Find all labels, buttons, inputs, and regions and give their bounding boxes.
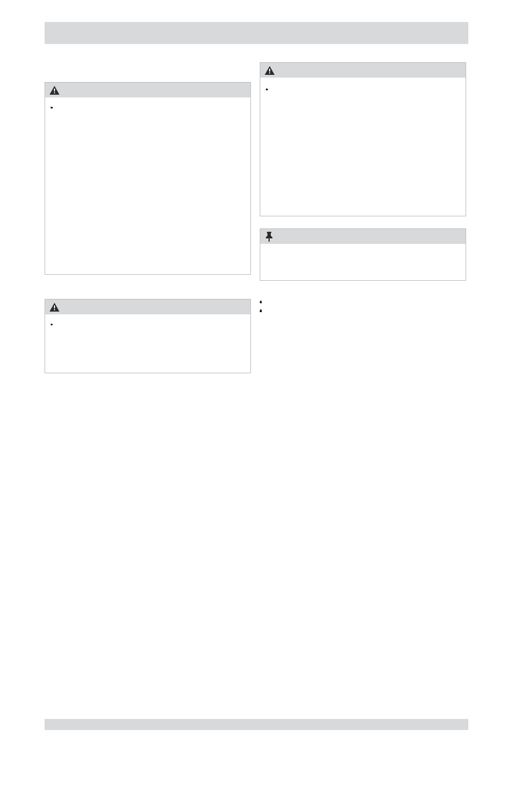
callout-header <box>260 229 466 244</box>
callout-body <box>260 78 466 90</box>
callout-body <box>45 97 250 108</box>
callout-body <box>45 314 250 325</box>
header-tab-bar <box>45 22 468 44</box>
bullet-list <box>260 297 466 298</box>
svg-rect-2 <box>54 306 55 308</box>
warning-callout <box>45 299 251 373</box>
svg-rect-0 <box>54 89 55 91</box>
footer-bar <box>45 719 468 730</box>
callout-body <box>260 244 466 256</box>
left-column <box>45 58 251 381</box>
warning-icon <box>50 86 59 95</box>
warning-icon <box>50 303 59 312</box>
two-column-layout <box>45 58 468 381</box>
warning-callout <box>260 62 466 216</box>
pin-icon <box>265 232 274 242</box>
note-callout <box>260 228 466 281</box>
svg-rect-4 <box>269 69 270 72</box>
svg-rect-3 <box>54 309 55 310</box>
warning-icon <box>265 66 275 75</box>
svg-rect-1 <box>54 92 55 93</box>
page-content <box>45 22 468 381</box>
callout-header <box>260 63 466 78</box>
svg-rect-5 <box>269 72 270 73</box>
bullet-list <box>260 306 466 307</box>
warning-callout <box>45 82 251 275</box>
callout-header <box>45 299 250 314</box>
right-column <box>260 58 466 381</box>
callout-header <box>45 83 250 97</box>
